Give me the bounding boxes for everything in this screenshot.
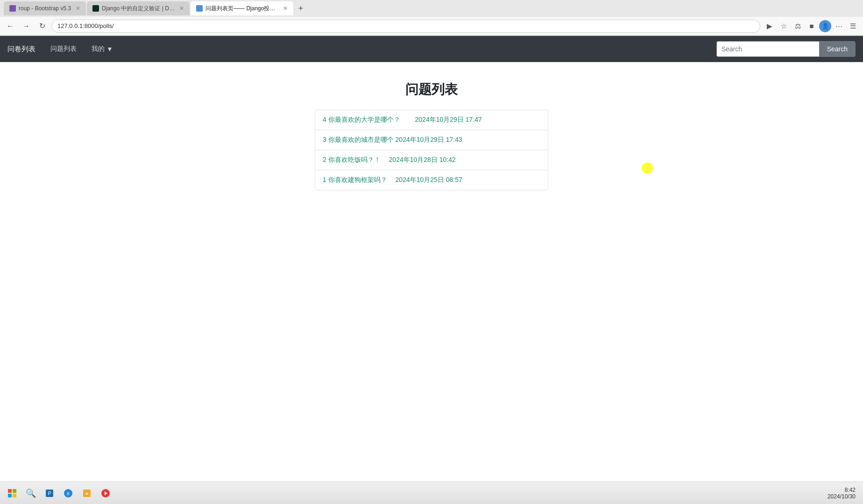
question-item-3[interactable]: 3 你最喜欢的城市是哪个 2024年10月29日 17:43 (315, 130, 548, 150)
tab-favicon-bootstrap (9, 5, 16, 12)
questions-list: 4 你最喜欢的大学是哪个？ 2024年10月29日 17:47 3 你最喜欢的城… (315, 110, 548, 190)
nav-dropdown-label: 我的 (92, 45, 105, 53)
nav-search-button[interactable]: Search (819, 41, 856, 57)
page-title: 问题列表 (114, 81, 749, 98)
question-item-4[interactable]: 4 你最喜欢的大学是哪个？ 2024年10月29日 17:47 (315, 110, 548, 130)
nav-brand[interactable]: 问卷列表 (7, 45, 35, 54)
question-4-date: 2024年10月29日 17:47 (402, 116, 482, 123)
reload-button[interactable]: ↻ (35, 20, 49, 33)
more-options-icon[interactable]: ⋯ (832, 20, 845, 33)
address-input[interactable] (51, 20, 760, 33)
tab-django[interactable]: Django 中的自定义验证 | Django ✕ (87, 1, 190, 15)
main-content: 问题列表 4 你最喜欢的大学是哪个？ 2024年10月29日 17:47 3 你… (105, 62, 758, 209)
question-2-date: 2024年10月28日 10:42 (382, 156, 456, 163)
toolbar-icons: ▶ ☆ ⚖ ■ 👤 ⋯ ☰ (763, 20, 859, 33)
question-2-text: 2 你喜欢吃饭吗？！ (323, 156, 381, 163)
refresh-icon[interactable]: ▶ (763, 20, 776, 33)
question-1-text: 1 你喜欢建狗框架吗？ (323, 176, 387, 183)
question-1-date: 2024年10月25日 08:57 (389, 176, 462, 183)
star-icon[interactable]: ☆ (777, 20, 790, 33)
nav-search-input[interactable] (716, 41, 819, 57)
question-3-date: 2024年10月29日 17:43 (396, 136, 462, 143)
profile-icon[interactable]: 👤 (819, 20, 831, 32)
tab-close-django[interactable]: ✕ (179, 5, 184, 12)
tab-close-bootstrap[interactable]: ✕ (76, 5, 80, 12)
dropdown-chevron-icon: ▼ (106, 45, 113, 53)
question-3-text: 3 你最喜欢的城市是哪个 (323, 136, 394, 143)
nav-dropdown-mine[interactable]: 我的 ▼ (88, 43, 117, 55)
tab-favicon-polls (196, 5, 203, 12)
question-item-1[interactable]: 1 你喜欢建狗框架吗？ 2024年10月25日 08:57 (315, 170, 548, 190)
tab-bar: roup - Bootstrap v5.3 ✕ Django 中的自定义验证 |… (0, 0, 863, 17)
new-tab-button[interactable]: + (294, 2, 307, 15)
tab-label-bootstrap: roup - Bootstrap v5.3 (19, 5, 71, 12)
extensions-icon[interactable]: ■ (805, 20, 818, 33)
tab-close-polls[interactable]: ✕ (283, 5, 288, 12)
tab-bootstrap[interactable]: roup - Bootstrap v5.3 ✕ (4, 1, 86, 15)
question-4-text: 4 你最喜欢的大学是哪个？ (323, 116, 400, 123)
page-navbar: 问卷列表 问题列表 我的 ▼ Search (0, 36, 863, 62)
tab-label-polls: 问题列表页—— Django投票网站 (205, 5, 278, 13)
nav-search-area: Search (716, 41, 856, 57)
bookmark-icon[interactable]: ⚖ (791, 20, 804, 33)
question-item-2[interactable]: 2 你喜欢吃饭吗？！ 2024年10月28日 10:42 (315, 150, 548, 170)
browser-chrome: roup - Bootstrap v5.3 ✕ Django 中的自定义验证 |… (0, 0, 863, 36)
nav-link-questions[interactable]: 问题列表 (47, 43, 80, 55)
address-bar: ← → ↻ ▶ ☆ ⚖ ■ 👤 ⋯ ☰ (0, 17, 863, 35)
tab-favicon-django (92, 5, 99, 12)
tab-polls[interactable]: 问题列表页—— Django投票网站 ✕ (191, 1, 293, 15)
forward-button[interactable]: → (20, 20, 33, 33)
sidebar-icon[interactable]: ☰ (846, 20, 859, 33)
tab-label-django: Django 中的自定义验证 | Django (102, 5, 175, 13)
back-button[interactable]: ← (4, 20, 17, 33)
